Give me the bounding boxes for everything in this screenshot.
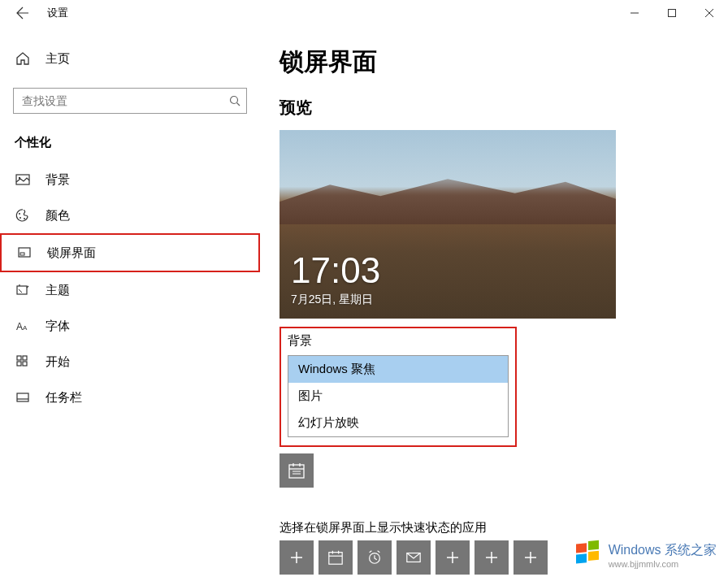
quick-status-label: 选择在锁屏界面上显示快速状态的应用 [280,520,728,536]
home-icon [15,50,31,67]
palette-icon [15,207,31,223]
sidebar-item-taskbar[interactable]: 任务栏 [0,380,260,415]
watermark: Windows 系统之家 www.bjjmmlv.com [573,540,717,570]
svg-text:A: A [23,324,28,332]
sidebar-item-background[interactable]: 背景 [0,162,260,197]
search-input[interactable] [13,88,247,114]
preview-time: 17:03 [291,250,380,291]
dropdown-option-slideshow[interactable]: 幻灯片放映 [288,410,508,436]
svg-rect-18 [17,393,28,401]
preview-label: 预览 [280,97,728,119]
sidebar-item-themes[interactable]: 主题 [0,272,260,308]
sidebar-item-start[interactable]: 开始 [0,344,260,380]
theme-icon [15,282,31,298]
dropdown-option-picture[interactable]: 图片 [288,383,508,410]
titlebar: 设置 [0,0,728,26]
close-button[interactable] [691,0,728,26]
mail-icon [405,549,422,566]
sidebar-item-fonts[interactable]: AA 字体 [0,308,260,344]
sidebar-item-label: 主题 [46,283,70,298]
start-icon [15,354,31,370]
back-button[interactable] [10,0,36,26]
sidebar-item-colors[interactable]: 颜色 [0,197,260,233]
plus-icon [523,550,538,565]
lockscreen-icon [16,245,32,261]
window-title: 设置 [47,6,68,20]
svg-rect-4 [16,175,29,184]
background-dropdown[interactable]: Windows 聚焦 图片 幻灯片放映 [288,355,509,437]
svg-rect-11 [17,286,27,294]
svg-rect-16 [17,362,21,366]
main-content: 锁屏界面 预览 17:03 7月25日, 星期日 背景 Windows 聚焦 图… [260,26,728,577]
svg-point-8 [24,218,25,219]
svg-text:A: A [16,321,23,332]
taskbar-icon [15,389,31,406]
plus-icon [445,550,460,565]
sidebar-item-label: 颜色 [46,208,70,223]
lockscreen-preview: 17:03 7月25日, 星期日 [280,130,616,319]
quick-status-tile-add-2[interactable] [436,540,470,575]
page-title: 锁屏界面 [280,46,728,79]
back-arrow-icon [16,7,29,20]
sidebar-item-label: 字体 [46,319,70,334]
svg-rect-35 [588,551,599,561]
svg-rect-15 [23,356,27,360]
background-section: 背景 Windows 聚焦 图片 幻灯片放映 [280,327,517,447]
svg-point-2 [231,97,238,104]
sidebar-section-header: 个性化 [0,127,260,162]
calendar-icon [327,549,344,566]
alarm-icon [366,549,383,566]
svg-line-3 [237,103,240,106]
sidebar-item-label: 背景 [46,172,70,188]
plus-icon [289,550,304,565]
svg-point-6 [19,213,20,215]
quick-status-tile-add-3[interactable] [474,540,509,575]
font-icon: AA [15,318,31,334]
plus-icon [484,550,499,565]
close-icon [705,9,713,17]
svg-point-7 [20,217,21,219]
svg-rect-10 [20,253,24,255]
calendar-icon [288,462,306,479]
sidebar-item-lockscreen[interactable]: 锁屏界面 [0,233,260,272]
sidebar-home-label: 主页 [46,51,70,67]
svg-rect-33 [588,540,599,550]
svg-rect-17 [23,362,27,366]
sidebar-home[interactable]: 主页 [0,42,260,75]
svg-rect-26 [329,553,342,565]
search-icon[interactable] [229,95,240,106]
svg-rect-32 [576,543,587,553]
maximize-icon [668,9,676,17]
preview-date: 7月25日, 星期日 [291,293,373,307]
watermark-url: www.bjjmmlv.com [609,559,717,569]
sidebar-item-label: 锁屏界面 [47,245,96,261]
sidebar-item-label: 开始 [46,354,70,370]
windows-logo-icon [573,540,604,570]
minimize-button[interactable] [616,0,653,26]
dropdown-option-spotlight[interactable]: Windows 聚焦 [288,356,508,383]
quick-status-tile-add-1[interactable] [280,540,314,575]
quick-status-tile-calendar[interactable] [318,540,353,575]
detailed-status-app-tile[interactable] [280,453,314,488]
quick-status-tile-mail[interactable] [396,540,431,575]
watermark-text: Windows 系统之家 [609,543,717,557]
svg-rect-1 [669,10,676,17]
quick-status-tile-alarm[interactable] [358,540,392,575]
svg-rect-14 [17,356,21,360]
minimize-icon [630,9,639,17]
sidebar-item-label: 任务栏 [46,390,82,406]
svg-rect-34 [576,553,587,563]
maximize-button[interactable] [653,0,691,26]
search-container [13,88,247,114]
quick-status-tile-add-4[interactable] [514,540,548,575]
background-label: 背景 [288,333,509,349]
sidebar: 主页 个性化 背景 颜色 [0,26,260,577]
window-controls [616,0,728,26]
picture-icon [15,171,31,188]
